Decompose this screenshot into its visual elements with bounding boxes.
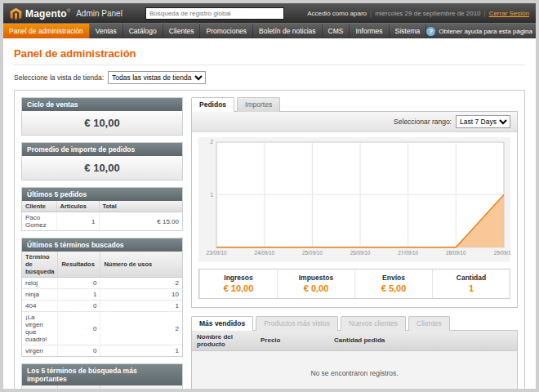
- svg-text:2: 2: [210, 139, 213, 145]
- search-results: 0: [58, 345, 100, 357]
- column-header: Total: [99, 201, 182, 212]
- nav-item[interactable]: Panel de administración: [3, 24, 90, 38]
- magento-logo-icon: [10, 7, 22, 20]
- grid-tabs: Más vendidos Productos más vistos Nuevos…: [191, 316, 518, 330]
- total-value: € 10,00: [200, 283, 277, 293]
- order-total: € 15.00: [99, 212, 182, 231]
- total-item: Impuestos € 0,00: [277, 270, 354, 298]
- grid-column-header: Nombre del producto: [192, 331, 256, 351]
- dashboard-main: Pedidos Importes Seleccionar rango: Last…: [191, 97, 518, 389]
- main-nav: Panel de administración Ventas Catálogo …: [3, 24, 426, 38]
- logged-in-as: Accedió como aparo: [307, 10, 367, 17]
- total-value: € 0,00: [278, 283, 354, 293]
- search-term-row[interactable]: 404 0 1: [22, 301, 182, 312]
- order-row[interactable]: Paco Gomez 1 € 15.00: [22, 212, 182, 231]
- total-label: Envíos: [355, 274, 432, 282]
- search-term-row[interactable]: virgen 0 1: [22, 345, 182, 357]
- search-uses: 1: [100, 345, 182, 357]
- column-header: Número de usos: [100, 385, 182, 389]
- top-header: Magento® Admin Panel Accedió como aparo …: [3, 3, 536, 23]
- magento-logo-link[interactable]: Magento® Admin Panel: [10, 6, 122, 20]
- column-header: Resultados: [58, 252, 100, 278]
- orders-chart: 23/09/1024/09/1025/09/1026/09/1027/09/10…: [198, 137, 510, 262]
- search-uses: 1: [100, 301, 182, 312]
- help-icon: ?: [426, 27, 435, 36]
- products-grid-section: Más vendidos Productos más vistos Nuevos…: [191, 316, 518, 389]
- chart-area: 23/09/1024/09/1025/09/1026/09/1027/09/10…: [192, 132, 517, 264]
- chart-tabs: Pedidos Importes: [191, 97, 518, 111]
- search-uses: 2: [100, 278, 182, 289]
- svg-text:26/09/10: 26/09/10: [350, 250, 371, 256]
- empty-message: No se encontraron registros.: [192, 350, 517, 389]
- range-bar: Seleccionar rango: Last 7 Days: [192, 112, 517, 132]
- nav-item[interactable]: Promociones: [200, 24, 253, 38]
- nav-item[interactable]: Boletín de noticias: [253, 24, 322, 38]
- global-search-input[interactable]: [145, 7, 284, 20]
- box-title: Promedio de importe de pedidos: [22, 143, 182, 156]
- dashboard-container: Ciclo de ventas € 10,00 Promedio de impo…: [14, 90, 525, 389]
- logout-link[interactable]: Cerrar Sesión: [489, 10, 529, 17]
- box-title: Últimos 5 términos buscados: [22, 238, 182, 252]
- order-items: 1: [56, 212, 99, 231]
- nav-item[interactable]: Ventas: [90, 24, 123, 38]
- nav-item[interactable]: Catálogo: [123, 24, 163, 38]
- total-item: Ingresos € 10,00: [199, 270, 277, 298]
- grid-column-header: Precio: [256, 331, 329, 351]
- totals-bar: Ingresos € 10,00 Impuestos € 0,00 Envíos: [198, 269, 510, 299]
- grid-tab[interactable]: Nuevos clientes: [341, 316, 406, 331]
- empty-row: No se encontraron registros.: [192, 350, 517, 389]
- lifetime-sales-box: Ciclo de ventas € 10,00: [21, 97, 183, 136]
- chart-tab[interactable]: Pedidos: [191, 97, 234, 112]
- nav-item[interactable]: Clientes: [163, 24, 201, 38]
- nav-item[interactable]: Sistema: [390, 24, 427, 38]
- search-uses: 2: [100, 312, 182, 345]
- registered-mark: ®: [67, 8, 70, 13]
- total-label: Ingresos: [200, 274, 277, 282]
- search-uses: 10: [100, 289, 182, 301]
- column-header: Resultados: [58, 385, 100, 389]
- box-title: Los 5 términos de búsqueda más important…: [22, 364, 182, 385]
- total-label: Cantidad: [433, 274, 510, 282]
- search-term-row[interactable]: reloj 0 2: [22, 278, 182, 289]
- search-results: 0: [58, 278, 100, 289]
- dashboard-sidebar: Ciclo de ventas € 10,00 Promedio de impo…: [21, 97, 183, 389]
- products-grid-panel: Nombre del productoPrecioCantidad pedida…: [191, 330, 518, 389]
- order-customer: Paco Gomez: [22, 212, 56, 231]
- search-term: ¡La virgen que cuadro!: [22, 312, 58, 345]
- search-term-row[interactable]: ¡La virgen que cuadro! 0 2: [22, 312, 182, 345]
- grid-tab[interactable]: Productos más vistos: [256, 316, 338, 331]
- box-title: Ciclo de ventas: [22, 98, 182, 111]
- store-switcher-label: Seleccione la vista de tienda:: [14, 74, 104, 82]
- search-results: 0: [58, 312, 100, 345]
- page-header: Panel de administración: [14, 45, 525, 65]
- range-select[interactable]: Last 7 Days: [456, 115, 510, 128]
- average-orders-box: Promedio de importe de pedidos € 10,00: [21, 142, 183, 180]
- chart-tab[interactable]: Importes: [237, 97, 280, 112]
- nav-item[interactable]: Informes: [350, 24, 389, 38]
- box-value: € 10,00: [22, 111, 182, 135]
- range-label: Seleccionar rango:: [394, 118, 452, 126]
- main-navbar: Panel de administración Ventas Catálogo …: [3, 23, 536, 38]
- page-title: Panel de administración: [14, 47, 525, 60]
- svg-text:1: 1: [210, 192, 213, 198]
- help-link[interactable]: ? Obtener ayuda para esta página: [426, 24, 536, 38]
- svg-text:25/09/10: 25/09/10: [302, 250, 323, 256]
- logo-admin-text: Admin Panel: [76, 9, 122, 18]
- search-term-row[interactable]: ninja 1 10: [22, 289, 182, 301]
- box-title: Últimos 5 pedidos: [22, 188, 182, 201]
- total-value: 1: [433, 283, 510, 293]
- svg-text:23/09/10: 23/09/10: [207, 250, 227, 256]
- global-search: [129, 7, 301, 20]
- column-header: Término de búsqueda: [22, 252, 58, 278]
- last-orders-box: Últimos 5 pedidos ClienteArtículosTotal …: [21, 187, 183, 231]
- content-area: Panel de administración Seleccione la vi…: [3, 38, 536, 389]
- top-search-terms-table: Término de búsquedaResultadosNúmero de u…: [22, 385, 182, 389]
- svg-text:29/09/10: 29/09/10: [494, 250, 510, 256]
- store-view-select[interactable]: Todas las vistas de tienda: [108, 71, 206, 84]
- total-item: Cantidad 1: [432, 270, 510, 298]
- column-header: Número de usos: [100, 252, 182, 278]
- nav-item[interactable]: CMS: [323, 24, 350, 38]
- logo-text: Magento®: [25, 6, 70, 20]
- grid-tab[interactable]: Clientes: [408, 316, 450, 331]
- grid-tab[interactable]: Más vendidos: [191, 316, 253, 331]
